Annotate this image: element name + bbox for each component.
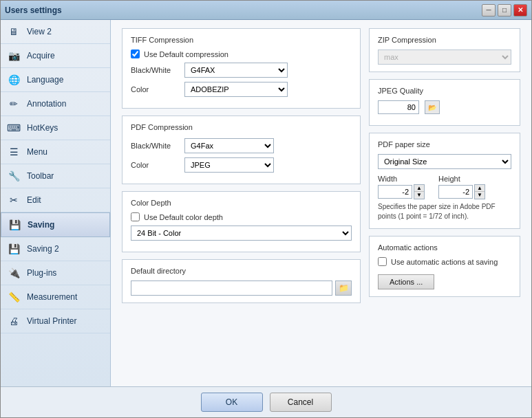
sidebar-item-saving2[interactable]: 💾 Saving 2 xyxy=(1,237,110,261)
cancel-button[interactable]: Cancel xyxy=(270,393,332,412)
edit-icon: ✂ xyxy=(6,192,21,208)
sidebar-item-toolbar[interactable]: 🔧 Toolbar xyxy=(1,164,110,188)
pdf-color-label: Color xyxy=(131,161,179,169)
pdf-height-input[interactable] xyxy=(438,185,473,199)
sidebar-item-annotation[interactable]: ✏ Annotation xyxy=(1,92,110,116)
bottom-bar: OK Cancel xyxy=(1,386,531,417)
sidebar-item-plugins[interactable]: 🔌 Plug-ins xyxy=(1,261,110,285)
jpeg-quality-row: 📂 xyxy=(378,100,511,114)
sidebar-label-language: Language xyxy=(27,75,63,85)
measurement-icon: 📏 xyxy=(6,289,21,305)
pdf-compression-section: PDF Compression Black/White G4Fax G3Fax … xyxy=(122,116,361,184)
actions-button[interactable]: Actions ... xyxy=(378,274,434,289)
virtual-printer-icon: 🖨 xyxy=(6,314,21,329)
pdf-width-spin[interactable]: ▲ ▼ xyxy=(414,184,425,199)
jpeg-quality-browse[interactable]: 📂 xyxy=(425,100,440,114)
spin-up-icon2[interactable]: ▲ xyxy=(475,185,485,192)
sidebar-item-virtual-printer[interactable]: 🖨 Virtual Printer xyxy=(1,309,110,333)
auto-actions-checkbox[interactable] xyxy=(378,257,387,266)
jpeg-quality-input[interactable] xyxy=(378,100,419,114)
ok-button[interactable]: OK xyxy=(201,393,263,412)
close-button[interactable]: ✕ xyxy=(513,4,527,16)
sidebar-item-view2[interactable]: 🖥 View 2 xyxy=(1,20,110,44)
sidebar-label-hotkeys: HotKeys xyxy=(27,123,58,133)
tiff-bw-label: Black/White xyxy=(131,66,179,74)
browse-dir-button[interactable]: 📁 xyxy=(335,280,352,296)
pdf-width-input[interactable] xyxy=(378,185,412,199)
color-depth-select[interactable]: 24 Bit - Color 8 Bit - Grayscale 1 Bit -… xyxy=(131,226,352,241)
sidebar-item-saving[interactable]: 💾 Saving xyxy=(1,212,110,237)
pdf-width-field: ▲ ▼ xyxy=(378,184,425,199)
sidebar-label-annotation: Annotation xyxy=(27,99,66,109)
jpeg-section-title: JPEG Quality xyxy=(378,87,511,95)
main-window: Users settings ─ □ ✕ 🖥 View 2 📷 Acquire … xyxy=(0,0,532,418)
main-content: 🖥 View 2 📷 Acquire 🌐 Language ✏ Annotati… xyxy=(1,20,531,386)
tiff-color-select[interactable]: ADOBEZIP JPEG LZW PACKBITS NONE xyxy=(184,82,288,97)
tiff-color-label: Color xyxy=(131,85,179,94)
plugins-icon: 🔌 xyxy=(6,265,21,280)
auto-actions-title: Automatic actions xyxy=(378,243,511,252)
saving-icon: 💾 xyxy=(7,217,22,232)
pdf-height-spin[interactable]: ▲ ▼ xyxy=(474,184,485,199)
main-panel: TIFF Compression Use Default compression… xyxy=(111,20,531,386)
annotation-icon: ✏ xyxy=(6,96,21,111)
sidebar-item-acquire[interactable]: 📷 Acquire xyxy=(1,44,110,68)
pdf-bw-select[interactable]: G4Fax G3Fax JPEG NONE xyxy=(184,138,274,153)
sidebar-label-saving: Saving xyxy=(28,220,54,230)
sidebar-label-acquire: Acquire xyxy=(27,51,55,60)
spin-up-icon[interactable]: ▲ xyxy=(414,185,424,192)
maximize-button[interactable]: □ xyxy=(498,4,511,16)
pdf-paper-title: PDF paper size xyxy=(378,140,511,148)
minimize-button[interactable]: ─ xyxy=(482,4,496,16)
right-sections: ZIP Compression max normal none JPEG Qua… xyxy=(369,28,520,310)
pdf-bw-label: Black/White xyxy=(131,142,179,150)
color-depth-select-row: 24 Bit - Color 8 Bit - Grayscale 1 Bit -… xyxy=(131,226,352,241)
sidebar-item-language[interactable]: 🌐 Language xyxy=(1,68,110,92)
zip-section-title: ZIP Compression xyxy=(378,36,511,44)
tiff-color-row: Color ADOBEZIP JPEG LZW PACKBITS NONE xyxy=(131,82,352,97)
pdf-height-field: ▲ ▼ xyxy=(438,184,485,199)
pdf-height-group: Height ▲ ▼ xyxy=(438,175,485,199)
sidebar-item-edit[interactable]: ✂ Edit xyxy=(1,188,110,212)
auto-actions-checkbox-row: Use automatic actions at saving xyxy=(378,257,511,266)
spin-down-icon2[interactable]: ▼ xyxy=(475,192,485,199)
color-depth-section: Color Depth Use Default color depth 24 B… xyxy=(122,191,361,252)
default-dir-input[interactable] xyxy=(131,280,332,296)
left-sections: TIFF Compression Use Default compression… xyxy=(122,28,361,310)
color-depth-section-title: Color Depth xyxy=(131,199,352,207)
tiff-use-default-label: Use Default compression xyxy=(144,50,228,58)
pdf-color-row: Color JPEG G4Fax LZW NONE xyxy=(131,157,352,173)
title-bar-controls: ─ □ ✕ xyxy=(482,4,527,16)
sidebar-item-menu[interactable]: ☰ Menu xyxy=(1,140,110,164)
pdf-color-select[interactable]: JPEG G4Fax LZW NONE xyxy=(184,157,274,173)
pdf-width-label: Width xyxy=(378,175,425,183)
zip-section: ZIP Compression max normal none xyxy=(369,28,520,72)
pdf-paper-select[interactable]: Original Size A4 Letter Legal xyxy=(378,154,511,169)
sidebar-label-measurement: Measurement xyxy=(27,292,77,302)
jpeg-section: JPEG Quality 📂 xyxy=(369,79,520,126)
spin-down-icon[interactable]: ▼ xyxy=(414,192,424,199)
color-depth-use-default-row: Use Default color depth xyxy=(131,212,352,221)
default-dir-section: Default directory 📁 xyxy=(122,259,361,303)
sidebar-item-hotkeys[interactable]: ⌨ HotKeys xyxy=(1,116,110,140)
sidebar-label-edit: Edit xyxy=(27,195,41,205)
sidebar-label-plugins: Plug-ins xyxy=(27,268,56,278)
sidebar-item-measurement[interactable]: 📏 Measurement xyxy=(1,285,110,309)
acquire-icon: 📷 xyxy=(6,48,21,63)
top-two-col: TIFF Compression Use Default compression… xyxy=(122,28,520,310)
hotkeys-icon: ⌨ xyxy=(6,120,21,135)
tiff-use-default-checkbox[interactable] xyxy=(131,50,140,58)
title-bar: Users settings ─ □ ✕ xyxy=(1,1,531,20)
pdf-width-group: Width ▲ ▼ xyxy=(378,175,425,199)
tiff-use-default-row: Use Default compression xyxy=(131,50,352,58)
color-depth-use-default-checkbox[interactable] xyxy=(131,212,140,221)
menu-icon: ☰ xyxy=(6,144,21,160)
window-title: Users settings xyxy=(5,6,62,15)
view2-icon: 🖥 xyxy=(6,24,21,39)
pdf-wh-row: Width ▲ ▼ Height xyxy=(378,175,511,199)
default-dir-title: Default directory xyxy=(131,267,352,275)
zip-select[interactable]: max normal none xyxy=(378,50,511,65)
pdf-bw-row: Black/White G4Fax G3Fax JPEG NONE xyxy=(131,138,352,153)
tiff-bw-select[interactable]: G4FAX G3FAX HUFFMAN PACKBITS NONE xyxy=(184,63,288,78)
color-depth-use-default-label: Use Default color depth xyxy=(144,213,223,221)
